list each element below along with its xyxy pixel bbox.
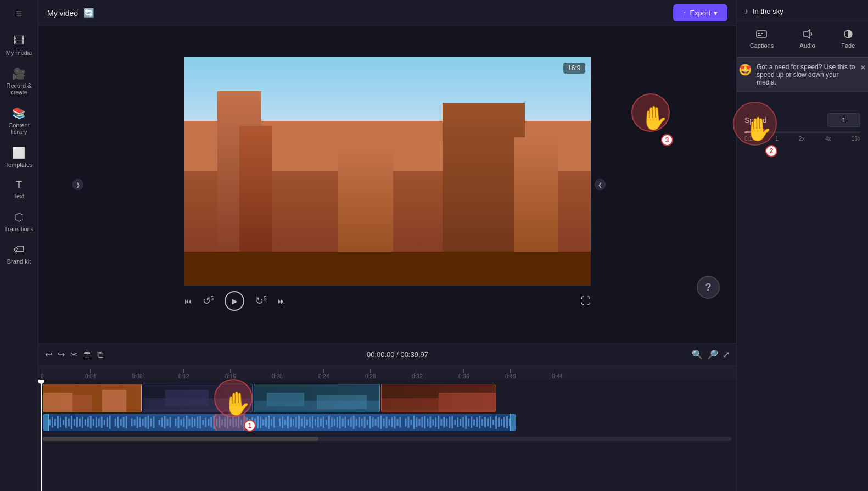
svg-rect-128 xyxy=(367,420,368,425)
fade-label: Fade xyxy=(841,42,855,49)
svg-rect-151 xyxy=(432,419,434,425)
collapse-left-button[interactable]: ❯ xyxy=(72,179,83,190)
brand-kit-icon: 🏷 xyxy=(14,243,25,256)
sidebar-item-label: Contentlibrary xyxy=(8,122,30,135)
audio-tool[interactable]: Audio xyxy=(796,25,820,52)
sidebar-item-label: Transitions xyxy=(4,226,33,232)
skip-to-start-button[interactable]: ⏮ xyxy=(184,297,192,305)
audio-bar[interactable] xyxy=(43,414,516,431)
svg-rect-51 xyxy=(148,416,149,429)
play-button[interactable]: ▶ xyxy=(225,291,244,311)
svg-rect-125 xyxy=(359,417,360,428)
svg-rect-129 xyxy=(369,416,371,429)
svg-rect-90 xyxy=(260,417,261,428)
speed-slider-container: 0.1x 1 2x 4x 16x xyxy=(744,127,860,146)
delete-button[interactable]: 🗑 xyxy=(83,350,92,360)
sidebar-item-label: Brand kit xyxy=(7,258,31,265)
export-button[interactable]: ↑ Export ▾ xyxy=(673,4,727,21)
sidebar-item-text[interactable]: T Text xyxy=(3,175,36,204)
video-track[interactable] xyxy=(43,384,496,412)
tooltip-close-button[interactable]: ✕ xyxy=(860,63,866,72)
svg-rect-85 xyxy=(246,418,248,427)
svg-rect-28 xyxy=(79,419,81,427)
fullscreen-button[interactable]: ⛶ xyxy=(581,295,591,307)
duplicate-button[interactable]: ⧉ xyxy=(97,350,103,360)
svg-rect-157 xyxy=(449,417,450,428)
captions-tool[interactable]: Captions xyxy=(746,25,778,52)
flat-ground xyxy=(184,252,591,286)
track-name: In the sky xyxy=(753,7,783,15)
svg-rect-63 xyxy=(186,416,187,429)
svg-rect-69 xyxy=(202,420,204,425)
video-clip-2[interactable] xyxy=(143,384,253,412)
svg-rect-32 xyxy=(90,416,92,429)
captions-label: Captions xyxy=(750,42,774,49)
templates-icon: ⬜ xyxy=(12,146,26,159)
cut-button[interactable]: ✂ xyxy=(70,349,77,360)
video-clip-3[interactable] xyxy=(254,384,380,412)
video-clip-1[interactable] xyxy=(43,384,142,412)
sidebar-item-templates[interactable]: ⬜ Templates xyxy=(3,142,36,172)
content-library-icon: 📚 xyxy=(12,107,26,120)
svg-marker-185 xyxy=(804,30,810,38)
svg-rect-131 xyxy=(375,419,377,426)
svg-rect-163 xyxy=(465,416,467,429)
export-dropdown-icon: ▾ xyxy=(714,9,718,17)
undo-button[interactable]: ↩ xyxy=(45,349,52,360)
svg-rect-158 xyxy=(451,416,453,429)
help-button[interactable]: ? xyxy=(697,276,720,299)
svg-rect-165 xyxy=(471,417,472,428)
speed-slider-thumb[interactable] xyxy=(758,129,766,136)
timeline-scrollbar[interactable] xyxy=(43,437,732,441)
skip-to-end-button[interactable]: ⏭ xyxy=(278,297,285,305)
timeline-ruler: 0 0:04 0:08 0:12 0:16 0:20 0:24 0:28 0:3… xyxy=(38,366,736,380)
fade-tool[interactable]: Fade xyxy=(837,25,859,52)
svg-rect-159 xyxy=(454,420,456,425)
svg-rect-40 xyxy=(115,419,116,427)
speed-value-input[interactable] xyxy=(827,113,860,127)
collapse-right-button[interactable]: ❮ xyxy=(595,179,606,190)
timeline-playhead[interactable] xyxy=(41,380,42,491)
svg-rect-23 xyxy=(65,417,67,428)
svg-rect-92 xyxy=(265,418,267,427)
rewind-5s-button[interactable]: ↺5 xyxy=(203,295,214,307)
svg-rect-42 xyxy=(120,419,122,426)
svg-rect-78 xyxy=(227,416,228,429)
timeline-scrollbar-thumb[interactable] xyxy=(43,437,318,441)
svg-rect-30 xyxy=(85,419,86,425)
hamburger-button[interactable]: ☰ xyxy=(3,4,36,24)
forward-5s-button[interactable]: ↻5 xyxy=(255,295,267,307)
svg-rect-127 xyxy=(364,417,366,428)
save-icon[interactable]: 🔄 xyxy=(83,8,94,18)
audio-bar-right-handle[interactable] xyxy=(510,414,516,431)
sidebar-item-brand-kit[interactable]: 🏷 Brand kit xyxy=(3,239,36,269)
svg-rect-99 xyxy=(287,416,289,429)
video-clip-4[interactable] xyxy=(381,384,496,412)
svg-rect-79 xyxy=(229,419,231,426)
main-content: My video 🔄 ↑ Export ▾ ❯ ❮ xyxy=(38,0,736,491)
svg-rect-70 xyxy=(205,418,206,427)
sidebar-item-transitions[interactable]: ⬡ Transitions xyxy=(3,206,36,237)
sidebar-item-content-library[interactable]: 📚 Contentlibrary xyxy=(3,102,36,140)
zoom-out-button[interactable]: 🔍 xyxy=(692,349,703,360)
zoom-in-button[interactable]: 🔎 xyxy=(707,349,718,360)
sidebar-item-record-create[interactable]: 🎥 Record &create xyxy=(3,63,36,100)
audio-bar-left-handle[interactable] xyxy=(43,414,49,431)
sidebar-item-my-media[interactable]: 🎞 My media xyxy=(3,30,36,60)
speed-slider-track[interactable] xyxy=(744,131,860,133)
svg-rect-119 xyxy=(342,419,344,427)
svg-rect-156 xyxy=(446,419,447,427)
svg-rect-161 xyxy=(460,419,461,426)
svg-rect-141 xyxy=(405,419,406,427)
video-area: ❯ ❮ 16:9 xyxy=(38,26,736,343)
redo-button[interactable]: ↪ xyxy=(58,349,65,360)
fit-to-window-button[interactable]: ⤢ xyxy=(723,349,730,360)
svg-rect-60 xyxy=(177,417,179,428)
timeline-area: ↩ ↪ ✂ 🗑 ⧉ 00:00.00 / 00:39.97 🔍 🔎 ⤢ 0 0:… xyxy=(38,343,736,491)
svg-rect-167 xyxy=(476,418,478,427)
svg-rect-107 xyxy=(309,418,311,427)
timeline-tracks[interactable] xyxy=(38,380,736,491)
svg-rect-86 xyxy=(249,419,250,426)
svg-rect-174 xyxy=(495,416,497,429)
tooltip-emoji: 🤩 xyxy=(738,63,752,76)
